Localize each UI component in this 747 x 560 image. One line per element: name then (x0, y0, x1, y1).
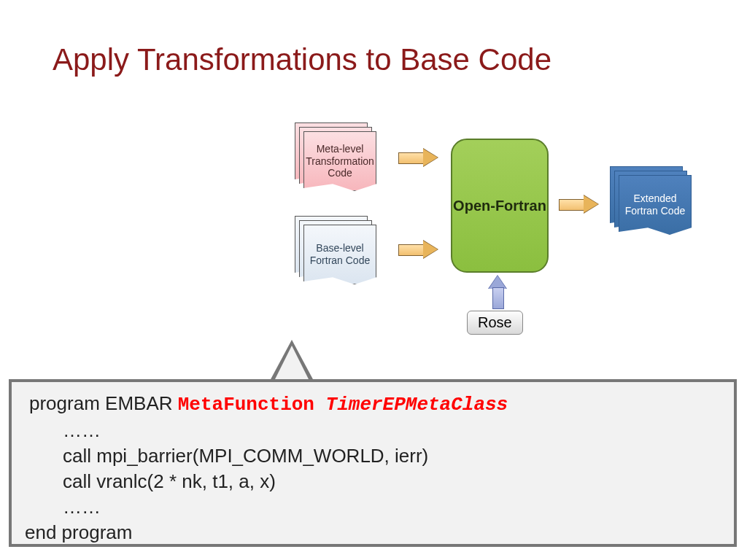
node-base-level-code: Base-level Fortran Code (295, 216, 374, 281)
slide-title: Apply Transformations to Base Code (53, 42, 551, 77)
arrow-base-to-open (398, 241, 438, 258)
code-line-6: end program (25, 520, 721, 545)
code-line-5: …… (25, 494, 721, 520)
node-open-fortran: Open-Fortran (451, 139, 549, 273)
node-rose: Rose (467, 311, 523, 335)
code-callout: program EMBAR MetaFunction TimerEPMetaCl… (9, 379, 737, 547)
code-line-1: program EMBAR MetaFunction TimerEPMetaCl… (25, 391, 721, 418)
node-extended-code: Extended Fortran Code (610, 166, 689, 232)
callout-pointer-fill (274, 346, 309, 381)
arrow-rose-to-open (489, 276, 506, 309)
arrow-open-to-ext (559, 195, 598, 213)
code-line-2: …… (25, 418, 721, 443)
code-line-3: call mpi_barrier(MPI_COMM_WORLD, ierr) (25, 443, 721, 469)
arrow-meta-to-open (398, 149, 438, 166)
node-meta-level-code: Meta-level Transformation Code (295, 122, 374, 188)
code-line-4: call vranlc(2 * nk, t1, a, x) (25, 469, 721, 494)
